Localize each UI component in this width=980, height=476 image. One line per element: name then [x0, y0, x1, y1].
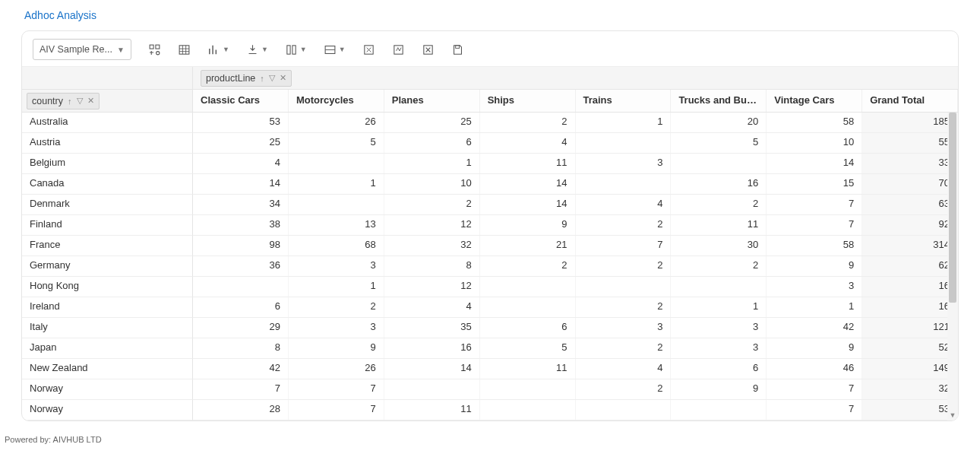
fields-button[interactable]	[148, 43, 161, 56]
data-cell[interactable]: 55	[862, 133, 958, 153]
row-label[interactable]: Ireland	[22, 297, 193, 318]
data-cell[interactable]: 11	[384, 400, 480, 420]
data-cell[interactable]: 53	[862, 400, 958, 420]
data-cell[interactable]: 6	[671, 359, 767, 379]
data-cell[interactable]: 16	[671, 174, 767, 194]
data-cell[interactable]: 185	[862, 113, 958, 132]
data-cell[interactable]: 7	[576, 236, 672, 255]
data-cell[interactable]: 26	[289, 113, 384, 132]
data-cell[interactable]: 16	[384, 338, 480, 358]
data-cell[interactable]: 1	[289, 174, 384, 194]
data-cell[interactable]: 2	[384, 195, 480, 214]
data-cell[interactable]: 14	[384, 359, 480, 379]
row-field-chip[interactable]: country ↑ ▽ ✕	[27, 93, 100, 109]
data-cell[interactable]: 3	[671, 318, 767, 338]
row-label[interactable]: Denmark	[22, 195, 193, 215]
data-cell[interactable]: 15	[767, 174, 862, 194]
row-field-zone[interactable]: country ↑ ▽ ✕	[22, 90, 193, 113]
row-label[interactable]: Canada	[22, 174, 193, 195]
data-cell[interactable]: 7	[767, 215, 862, 235]
column-header[interactable]: Grand Total	[862, 90, 958, 112]
filter-icon[interactable]: ▽	[269, 73, 275, 83]
data-cell[interactable]	[480, 379, 576, 399]
data-cell[interactable]: 11	[671, 215, 767, 235]
data-cell[interactable]: 4	[384, 297, 480, 317]
data-cell[interactable]	[576, 133, 672, 153]
data-cell[interactable]: 2	[671, 256, 767, 276]
data-cell[interactable]: 16	[862, 277, 958, 297]
data-cell[interactable]: 2	[289, 297, 384, 317]
data-cell[interactable]	[480, 400, 576, 420]
data-cell[interactable]: 3	[289, 318, 384, 338]
data-cell[interactable]: 30	[671, 236, 767, 255]
subtotal-button[interactable]: ▼	[285, 43, 307, 56]
data-cell[interactable]: 10	[384, 174, 480, 194]
chart-button[interactable]: ▼	[207, 43, 229, 56]
data-cell[interactable]: 2	[480, 113, 576, 132]
data-cell[interactable]: 11	[480, 154, 576, 173]
data-cell[interactable]: 38	[193, 215, 289, 235]
save-button[interactable]	[451, 43, 464, 56]
column-header[interactable]: Planes	[384, 90, 480, 112]
data-cell[interactable]: 9	[671, 379, 767, 399]
table-button[interactable]	[178, 43, 191, 56]
data-cell[interactable]: 9	[289, 338, 384, 358]
row-label[interactable]: Norway	[22, 400, 193, 420]
data-cell[interactable]: 3	[576, 154, 672, 173]
column-field-zone[interactable]: productLine ↑ ▽ ✕	[193, 67, 958, 90]
data-cell[interactable]: 1	[576, 113, 672, 132]
data-cell[interactable]: 34	[193, 195, 289, 214]
data-cell[interactable]: 2	[576, 256, 672, 276]
vertical-scrollbar[interactable]: ▼	[947, 113, 958, 420]
data-cell[interactable]: 16	[862, 297, 958, 317]
data-cell[interactable]	[480, 297, 576, 317]
data-cell[interactable]: 9	[767, 256, 862, 276]
data-cell[interactable]: 6	[384, 133, 480, 153]
data-cell[interactable]: 13	[289, 215, 384, 235]
data-cell[interactable]: 5	[671, 133, 767, 153]
data-cell[interactable]: 20	[671, 113, 767, 132]
data-cell[interactable]: 5	[480, 338, 576, 358]
data-cell[interactable]: 2	[576, 338, 672, 358]
data-cell[interactable]: 11	[480, 359, 576, 379]
data-cell[interactable]: 8	[193, 338, 289, 358]
data-cell[interactable]: 32	[862, 379, 958, 399]
data-cell[interactable]: 3	[767, 277, 862, 297]
data-cell[interactable]: 3	[289, 256, 384, 276]
data-cell[interactable]: 10	[767, 133, 862, 153]
data-cell[interactable]: 6	[193, 297, 289, 317]
remove-icon[interactable]: ✕	[280, 73, 286, 83]
data-cell[interactable]: 4	[193, 154, 289, 173]
data-cell[interactable]: 4	[480, 133, 576, 153]
data-cell[interactable]	[576, 174, 672, 194]
scroll-down-icon[interactable]: ▼	[947, 410, 958, 420]
data-cell[interactable]: 14	[193, 174, 289, 194]
data-cell[interactable]: 9	[767, 338, 862, 358]
data-cell[interactable]: 12	[384, 277, 480, 297]
column-header[interactable]: Classic Cars	[193, 90, 289, 112]
export-button[interactable]: ▼	[246, 43, 268, 56]
data-cell[interactable]: 6	[480, 318, 576, 338]
data-cell[interactable]: 1	[289, 277, 384, 297]
data-cell[interactable]: 7	[767, 379, 862, 399]
row-label[interactable]: Italy	[22, 318, 193, 338]
data-cell[interactable]	[671, 400, 767, 420]
data-cell[interactable]: 63	[862, 195, 958, 214]
data-cell[interactable]: 42	[767, 318, 862, 338]
data-cell[interactable]: 28	[193, 400, 289, 420]
row-label[interactable]: New Zealand	[22, 359, 193, 379]
data-cell[interactable]: 5	[289, 133, 384, 153]
grandtotal-button[interactable]: ▼	[324, 43, 346, 56]
data-cell[interactable]: 58	[767, 113, 862, 132]
column-header[interactable]: Ships	[480, 90, 576, 112]
row-label[interactable]: Austria	[22, 133, 193, 154]
data-cell[interactable]: 7	[193, 379, 289, 399]
data-cell[interactable]: 33	[862, 154, 958, 173]
data-cell[interactable]: 35	[384, 318, 480, 338]
data-cell[interactable]: 14	[767, 154, 862, 173]
data-cell[interactable]: 2	[480, 256, 576, 276]
data-cell[interactable]: 2	[576, 379, 672, 399]
data-cell[interactable]: 149	[862, 359, 958, 379]
column-header[interactable]: Trucks and Bus...	[671, 90, 767, 112]
data-cell[interactable]: 7	[289, 400, 384, 420]
